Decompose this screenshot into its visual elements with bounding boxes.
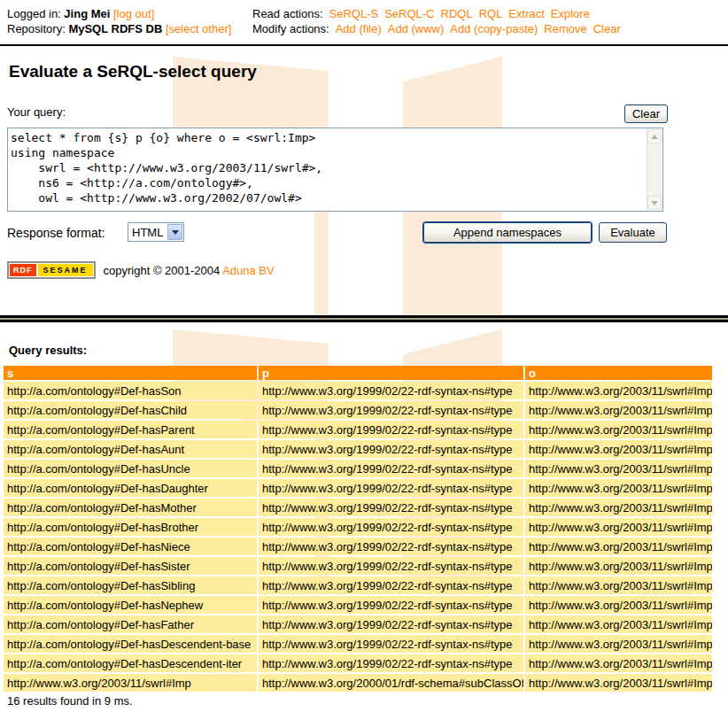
result-cell: http://a.com/ontology#Def-hasDescendent-… bbox=[4, 654, 257, 672]
table-row: http://a.com/ontology#Def-hasFatherhttp:… bbox=[4, 615, 712, 633]
result-cell: http://a.com/ontology#Def-hasUncle bbox=[4, 460, 257, 477]
modify-action-add-copy-paste-[interactable]: Add (copy-paste) bbox=[450, 22, 538, 35]
logged-in-label: Logged in: bbox=[7, 7, 61, 20]
result-cell: http://www.w3.org/1999/02/22-rdf-syntax-… bbox=[259, 401, 523, 419]
table-row: http://a.com/ontology#Def-hasDescendent-… bbox=[4, 654, 712, 672]
table-row: http://a.com/ontology#Def-hasNephewhttp:… bbox=[4, 596, 712, 614]
result-cell: http://a.com/ontology#Def-hasMother bbox=[4, 499, 257, 516]
rdf-logo-badge: RDF bbox=[10, 264, 36, 276]
modify-action-remove[interactable]: Remove bbox=[544, 22, 586, 35]
evaluate-button[interactable]: Evaluate bbox=[599, 222, 667, 243]
repository-name: MySQL RDFS DB bbox=[68, 22, 162, 35]
result-cell: http://a.com/ontology#Def-hasAunt bbox=[4, 440, 257, 458]
header-divider-rule bbox=[0, 44, 728, 46]
copyright-text: copyright © 2001-2004 bbox=[104, 264, 221, 277]
table-row: http://a.com/ontology#Def-hasMotherhttp:… bbox=[4, 499, 712, 516]
read-action-serql-s[interactable]: SeRQL-S bbox=[329, 7, 379, 20]
result-cell: http://www.w3.org/2003/11/swrl#Imp bbox=[525, 538, 712, 555]
result-cell: http://a.com/ontology#Def-hasBrother bbox=[4, 518, 257, 536]
result-cell: http://www.w3.org/2003/11/swrl#Imp bbox=[525, 635, 712, 653]
table-row: http://a.com/ontology#Def-hasUnclehttp:/… bbox=[4, 460, 712, 477]
result-cell: http://www.w3.org/2003/11/swrl#Imp bbox=[525, 479, 712, 497]
result-cell: http://www.w3.org/1999/02/22-rdf-syntax-… bbox=[259, 615, 523, 633]
select-other-link[interactable]: [select other] bbox=[166, 22, 231, 35]
clear-query-button[interactable]: Clear bbox=[624, 104, 668, 123]
textarea-scrollbar[interactable] bbox=[647, 129, 662, 210]
column-header-o: o bbox=[525, 366, 712, 380]
scroll-up-icon[interactable] bbox=[647, 129, 662, 143]
sesame-app: Logged in: Jing Mei [log out] Repository… bbox=[0, 0, 728, 712]
actions-menu: Read actions:SeRQL-SSeRQL-CRDQLRQLExtrac… bbox=[252, 6, 621, 36]
result-cell: http://www.w3.org/2003/11/swrl#Imp bbox=[4, 674, 257, 692]
table-row: http://a.com/ontology#Def-hasSonhttp://w… bbox=[4, 382, 712, 399]
result-cell: http://www.w3.org/2003/11/swrl#Imp bbox=[525, 596, 712, 614]
result-cell: http://www.w3.org/1999/02/22-rdf-syntax-… bbox=[259, 596, 523, 614]
logout-link[interactable]: [log out] bbox=[113, 7, 154, 20]
result-cell: http://a.com/ontology#Def-hasChild bbox=[4, 401, 257, 419]
results-header-row: s p o bbox=[4, 366, 712, 380]
response-format-select[interactable]: HTML bbox=[128, 222, 184, 242]
results-table: s p o http://a.com/ontology#Def-hasSonht… bbox=[2, 364, 714, 693]
page-title: Evaluate a SeRQL-select query bbox=[9, 62, 257, 81]
result-cell: http://www.w3.org/2003/11/swrl#Imp bbox=[525, 499, 712, 516]
result-cell: http://www.w3.org/1999/02/22-rdf-syntax-… bbox=[259, 460, 523, 477]
table-row: http://a.com/ontology#Def-hasSisterhttp:… bbox=[4, 557, 712, 575]
rdf-sesame-logo: RDF SESAME bbox=[7, 261, 96, 279]
results-status: 16 results found in 9 ms. bbox=[7, 694, 133, 708]
brand-row: RDF SESAME copyright © 2001-2004 Aduna B… bbox=[7, 261, 275, 279]
chevron-down-icon[interactable] bbox=[167, 224, 182, 240]
modify-actions-label: Modify actions: bbox=[252, 22, 329, 35]
modify-action-add-www-[interactable]: Add (www) bbox=[388, 22, 445, 35]
result-cell: http://a.com/ontology#Def-hasSibling bbox=[4, 577, 257, 594]
table-row: http://a.com/ontology#Def-hasParenthttp:… bbox=[4, 421, 712, 438]
result-cell: http://www.w3.org/1999/02/22-rdf-syntax-… bbox=[259, 382, 523, 399]
read-action-rql[interactable]: RQL bbox=[479, 7, 503, 20]
result-cell: http://a.com/ontology#Def-hasSon bbox=[4, 382, 257, 399]
result-cell: http://www.w3.org/2003/11/swrl#Imp bbox=[525, 440, 712, 458]
your-query-label: Your query: bbox=[7, 105, 66, 119]
query-textarea[interactable]: select * from {s} p {o} where o = <swrl:… bbox=[7, 128, 663, 212]
result-cell: http://www.w3.org/2003/11/swrl#Imp bbox=[525, 577, 712, 594]
result-cell: http://www.w3.org/2003/11/swrl#Imp bbox=[525, 518, 712, 536]
result-cell: http://a.com/ontology#Def-hasParent bbox=[4, 421, 257, 438]
table-row: http://a.com/ontology#Def-hasNiecehttp:/… bbox=[4, 538, 712, 555]
result-cell: http://a.com/ontology#Def-hasNiece bbox=[4, 538, 257, 555]
result-cell: http://www.w3.org/1999/02/22-rdf-syntax-… bbox=[259, 499, 523, 516]
result-cell: http://www.w3.org/1999/02/22-rdf-syntax-… bbox=[259, 538, 523, 555]
result-cell: http://a.com/ontology#Def-hasDaughter bbox=[4, 479, 257, 497]
result-cell: http://www.w3.org/2003/11/swrl#Imp bbox=[525, 615, 712, 633]
read-actions-label: Read actions: bbox=[252, 7, 323, 20]
sesame-logo-badge: SESAME bbox=[38, 264, 93, 276]
append-namespaces-button[interactable]: Append namespaces bbox=[423, 222, 592, 243]
frameset-divider[interactable] bbox=[0, 315, 728, 322]
result-cell: http://www.w3.org/1999/02/22-rdf-syntax-… bbox=[259, 421, 523, 438]
read-action-extract[interactable]: Extract bbox=[508, 7, 544, 20]
table-row: http://a.com/ontology#Def-hasChildhttp:/… bbox=[4, 401, 712, 419]
repository-label: Repository: bbox=[7, 22, 66, 35]
query-text: select * from {s} p {o} where o = <swrl:… bbox=[11, 130, 645, 209]
table-row: http://www.w3.org/2003/11/swrl#Imphttp:/… bbox=[4, 674, 712, 692]
result-cell: http://www.w3.org/1999/02/22-rdf-syntax-… bbox=[259, 479, 523, 497]
result-cell: http://a.com/ontology#Def-hasDescendent-… bbox=[4, 635, 257, 653]
result-cell: http://www.w3.org/2000/01/rdf-schema#sub… bbox=[259, 674, 523, 692]
column-header-p: p bbox=[259, 366, 523, 380]
read-action-explore[interactable]: Explore bbox=[551, 7, 590, 20]
result-cell: http://www.w3.org/1999/02/22-rdf-syntax-… bbox=[259, 654, 523, 672]
result-cell: http://www.w3.org/1999/02/22-rdf-syntax-… bbox=[259, 577, 523, 594]
result-cell: http://www.w3.org/2003/11/swrl#Imp bbox=[525, 654, 712, 672]
result-cell: http://www.w3.org/1999/02/22-rdf-syntax-… bbox=[259, 440, 523, 458]
scroll-down-icon[interactable] bbox=[647, 196, 662, 210]
result-cell: http://www.w3.org/1999/02/22-rdf-syntax-… bbox=[259, 635, 523, 653]
result-cell: http://www.w3.org/2003/11/swrl#Imp bbox=[525, 557, 712, 575]
table-row: http://a.com/ontology#Def-hasDaughterhtt… bbox=[4, 479, 712, 497]
result-cell: http://www.w3.org/2003/11/swrl#Imp bbox=[525, 674, 712, 692]
user-name: Jing Mei bbox=[64, 7, 110, 20]
read-action-rdql[interactable]: RDQL bbox=[441, 7, 473, 20]
result-cell: http://a.com/ontology#Def-hasNephew bbox=[4, 596, 257, 614]
modify-action-add-file-[interactable]: Add (file) bbox=[336, 22, 382, 35]
table-row: http://a.com/ontology#Def-hasDescendent-… bbox=[4, 635, 712, 653]
modify-action-clear[interactable]: Clear bbox=[593, 22, 621, 35]
aduna-link[interactable]: Aduna BV bbox=[222, 264, 275, 277]
read-action-serql-c[interactable]: SeRQL-C bbox=[384, 7, 434, 20]
result-cell: http://www.w3.org/1999/02/22-rdf-syntax-… bbox=[259, 557, 523, 575]
